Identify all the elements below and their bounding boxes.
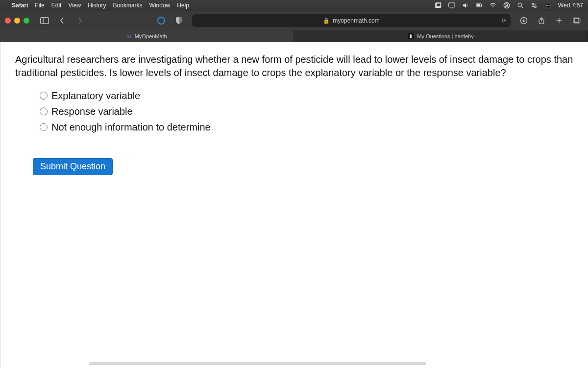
svg-point-11: [535, 6, 537, 8]
url-host-text: myopenmath.com: [333, 17, 379, 24]
svg-rect-13: [41, 18, 49, 24]
window-controls: [5, 18, 29, 24]
privacy-report-icon[interactable]: [155, 14, 168, 27]
volume-icon[interactable]: [462, 2, 469, 9]
question-prompt: Agricultural researchers are investigati…: [15, 53, 573, 79]
battery-icon[interactable]: [476, 2, 483, 9]
wifi-icon[interactable]: [490, 2, 496, 9]
stage-manager-icon[interactable]: [435, 2, 441, 9]
menubar-clock[interactable]: Wed 7:57: [558, 2, 583, 9]
tab-myopenmath[interactable]: M MyOpenMath: [0, 30, 294, 42]
svg-point-10: [532, 3, 534, 5]
svg-rect-5: [482, 5, 482, 6]
svg-point-8: [506, 4, 508, 6]
option-label: Not enough information to determine: [51, 120, 211, 134]
option-response[interactable]: Response variable: [40, 104, 573, 119]
favicon-myopenmath-icon: M: [126, 33, 131, 39]
share-button[interactable]: [535, 14, 548, 27]
menu-edit[interactable]: Edit: [51, 2, 62, 9]
answer-options: Explanatory variable Response variable N…: [40, 88, 573, 134]
svg-rect-2: [449, 3, 455, 7]
control-center-icon[interactable]: [531, 2, 538, 9]
window-fullscreen-button[interactable]: [24, 18, 29, 24]
window-close-button[interactable]: [5, 18, 11, 24]
menu-view[interactable]: View: [68, 2, 81, 9]
option-label: Explanatory variable: [51, 88, 140, 103]
option-explanatory[interactable]: Explanatory variable: [40, 88, 573, 103]
option-label: Response variable: [51, 104, 133, 119]
submit-question-button[interactable]: Submit Question: [33, 158, 113, 175]
forward-button[interactable]: [74, 14, 86, 27]
lock-icon: 🔒: [323, 18, 330, 24]
page-left-divider: [0, 42, 3, 368]
svg-rect-4: [476, 4, 480, 6]
menu-file[interactable]: File: [35, 2, 44, 9]
svg-point-6: [492, 6, 493, 7]
reload-icon[interactable]: ⟳: [502, 17, 507, 24]
tab-bartleby[interactable]: b My Questions | bartleby: [294, 30, 588, 42]
menubar-app-name[interactable]: Safari: [12, 2, 28, 9]
spotlight-search-icon[interactable]: [517, 2, 524, 9]
svg-point-9: [518, 3, 522, 7]
user-icon[interactable]: [503, 2, 510, 9]
macos-menubar: Safari File Edit View History Bookmarks …: [0, 0, 588, 11]
menu-window[interactable]: Window: [149, 2, 171, 9]
tab-label: My Questions | bartleby: [417, 33, 473, 39]
back-button[interactable]: [56, 14, 69, 27]
menu-bookmarks[interactable]: Bookmarks: [113, 2, 143, 9]
horizontal-scrollbar[interactable]: [89, 362, 426, 365]
option-response-radio[interactable]: [40, 107, 48, 115]
new-tab-button[interactable]: [553, 14, 565, 27]
menu-help[interactable]: Help: [177, 2, 189, 9]
url-address-bar[interactable]: 🔒 myopenmath.com ⟳: [192, 14, 511, 27]
tab-overview-button[interactable]: [570, 14, 583, 27]
siri-icon[interactable]: [544, 2, 551, 9]
menu-history[interactable]: History: [88, 2, 106, 9]
page-content: Agricultural researchers are investigati…: [0, 42, 588, 368]
screen-mirroring-icon[interactable]: [448, 2, 455, 9]
browser-toolbar: 🔒 myopenmath.com ⟳: [0, 11, 588, 30]
downloads-button[interactable]: [517, 14, 530, 27]
tab-label: MyOpenMath: [135, 33, 167, 39]
option-explanatory-radio[interactable]: [40, 92, 48, 100]
option-not-enough-info[interactable]: Not enough information to determine: [40, 120, 573, 134]
tracking-shield-icon[interactable]: [172, 14, 185, 27]
sidebar-toggle-button[interactable]: [38, 14, 51, 27]
browser-tabstrip: M MyOpenMath b My Questions | bartleby: [0, 30, 588, 42]
option-not-enough-info-radio[interactable]: [40, 123, 48, 131]
favicon-bartleby-icon: b: [408, 33, 414, 39]
window-minimize-button[interactable]: [14, 18, 20, 24]
